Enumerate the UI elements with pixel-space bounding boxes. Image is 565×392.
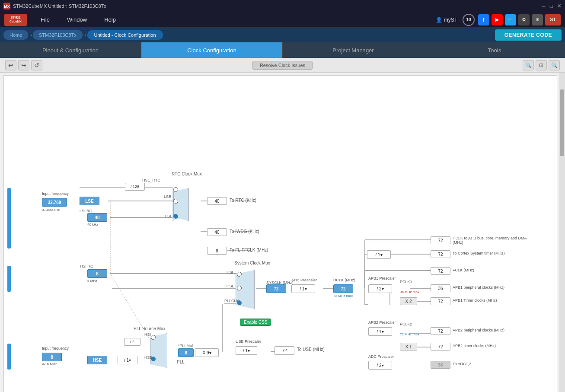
- adc-prescaler-label: ADC Prescaler: [368, 354, 394, 359]
- usb-prescaler-label: USB Prescaler: [236, 339, 261, 344]
- lse-freq-range: 0-1000 kHz: [42, 208, 60, 212]
- apb1-timer-box[interactable]: 72: [431, 297, 450, 305]
- rtc-lse-radio[interactable]: [173, 199, 178, 204]
- hse-div1-dropdown[interactable]: / 1▾: [118, 356, 137, 364]
- apb1-dropdown[interactable]: / 2▾: [368, 284, 392, 293]
- pclk1-max-label: 36 MHz max: [400, 290, 419, 294]
- lse-freq-box[interactable]: 32.768: [42, 198, 67, 207]
- facebook-icon[interactable]: f: [478, 14, 489, 25]
- hclk-ahb-box[interactable]: 72: [431, 236, 450, 244]
- github-icon[interactable]: ⚙: [518, 14, 530, 25]
- fclk-label: FCLK (MHz): [453, 268, 474, 272]
- scroll-thumb[interactable]: [560, 89, 564, 156]
- nav-active-tab[interactable]: Untitled - Clock Configuration: [87, 30, 163, 40]
- hse-input-freq-label: Input frequency: [42, 346, 69, 351]
- adc-dropdown[interactable]: / 2▾: [368, 361, 392, 370]
- nav-chip[interactable]: STM32F103C8Tx: [33, 30, 83, 40]
- iwdg-box[interactable]: 40: [207, 228, 227, 236]
- adc-label: To ADC1,2: [453, 362, 471, 366]
- lse-box[interactable]: LSE: [80, 197, 99, 205]
- zoom-in-button[interactable]: 🔍: [523, 60, 534, 70]
- apb2-peri-label: APB2 peripheral clocks (MHz): [453, 328, 504, 332]
- hsi-rc-label: HSI RC: [80, 264, 93, 268]
- diagram-canvas: Input frequency 32.768 0-1000 kHz LSE LS…: [3, 75, 557, 392]
- usb-presc-dropdown[interactable]: / 1▾: [236, 346, 257, 355]
- flit-box[interactable]: 8: [207, 247, 227, 255]
- navbar: Home › STM32F103C8Tx › Untitled - Clock …: [0, 28, 565, 42]
- hclk-box[interactable]: 72: [333, 284, 353, 293]
- tab-clock[interactable]: Clock Configuration: [141, 42, 283, 58]
- hsi-div2-box[interactable]: / 2: [124, 338, 140, 346]
- logo: STM32 CubeMX: [4, 14, 29, 26]
- lsi-rc-label: LSI RC: [80, 209, 92, 213]
- tab-project[interactable]: Project Manager: [283, 42, 424, 58]
- lsi-rc-box[interactable]: 40: [87, 213, 107, 222]
- generate-code-button[interactable]: GENERATE CODE: [495, 29, 562, 41]
- tab-pinout[interactable]: Pinout & Configuration: [0, 42, 141, 58]
- close-button[interactable]: ✕: [557, 3, 562, 9]
- apb2-timer-label: APB2 timer clocks (MHz): [453, 344, 496, 348]
- hse-128-box[interactable]: / 128: [125, 183, 145, 191]
- sys-hsi-radio[interactable]: [237, 272, 242, 277]
- sys-pll-radio[interactable]: [237, 300, 242, 305]
- apb2-peri-box[interactable]: 72: [431, 327, 450, 335]
- usb-label: To USB (MHz): [297, 347, 325, 352]
- maximize-button[interactable]: □: [550, 3, 553, 9]
- twitter-icon[interactable]: 🐦: [505, 14, 516, 25]
- hsi-sys-label: HSI: [227, 270, 233, 274]
- reset-button[interactable]: ↺: [31, 60, 42, 70]
- left-accent: [7, 188, 11, 249]
- zoom-out-button[interactable]: 🔍: [549, 60, 560, 70]
- hse-freq-box[interactable]: 8: [42, 353, 62, 361]
- cortex-box[interactable]: 72: [431, 250, 450, 258]
- fclk-box[interactable]: 72: [431, 267, 450, 275]
- scrollbar[interactable]: [559, 73, 565, 392]
- apb1-peri-box[interactable]: 36: [431, 284, 450, 292]
- menu-help[interactable]: Help: [102, 16, 118, 24]
- myst-button[interactable]: 👤 myST: [436, 17, 457, 23]
- rtc-clock-mux-label: RTC Clock Mux: [172, 172, 202, 176]
- undo-button[interactable]: ↩: [5, 60, 16, 70]
- rtc-hse-radio[interactable]: [173, 187, 178, 192]
- youtube-icon[interactable]: ▶: [492, 14, 503, 25]
- adc-out-box[interactable]: 36: [431, 361, 450, 369]
- ahb-dropdown[interactable]: / 1▾: [291, 284, 315, 293]
- usb-out-box[interactable]: 72: [275, 346, 294, 355]
- menu-file[interactable]: File: [38, 16, 52, 24]
- pll-hsi-radio[interactable]: [151, 335, 156, 340]
- hse-sys-label: HSE: [227, 284, 235, 288]
- fit-button[interactable]: ⊡: [536, 60, 547, 70]
- hse-box[interactable]: HSE: [87, 356, 107, 364]
- iwdg-label: To IWDG (KHz): [230, 229, 259, 234]
- hclk-max-label: 72 MHz max: [333, 294, 353, 298]
- pll-mul-box[interactable]: 8: [178, 348, 194, 357]
- enable-css-button[interactable]: Enable CSS: [240, 319, 271, 326]
- nav-arrow-1: ›: [30, 32, 32, 38]
- pll-hse-radio[interactable]: [151, 357, 156, 361]
- x2-box: X 2: [400, 297, 417, 305]
- apb2-dropdown[interactable]: / 1▾: [368, 327, 392, 336]
- sparkle-icon[interactable]: ✳: [532, 14, 543, 25]
- menu-window[interactable]: Window: [64, 16, 89, 24]
- minimize-button[interactable]: ─: [542, 3, 546, 9]
- lse-mux-label: LSE: [164, 194, 171, 199]
- sysclk-box[interactable]: 72: [266, 284, 286, 293]
- x1-box: X 1: [400, 343, 417, 351]
- apb2-timer-box[interactable]: 72: [431, 343, 450, 351]
- apb2-prescaler-label: APB2 Prescaler: [368, 320, 396, 325]
- rtc-lsi-radio[interactable]: [173, 214, 178, 219]
- pclk2-label: PCLK2: [400, 322, 412, 326]
- nav-home[interactable]: Home: [3, 30, 28, 40]
- sys-hse-radio[interactable]: [237, 286, 242, 290]
- rtc-out-box[interactable]: 40: [207, 197, 227, 205]
- hsi-rc-box[interactable]: 8: [87, 269, 107, 278]
- pll-mul-dropdown[interactable]: X 9▾: [195, 348, 219, 357]
- cortex-div-dropdown[interactable]: / 1▾: [367, 250, 391, 259]
- hse-rtc-label: HSE_RTC: [142, 178, 160, 182]
- redo-button[interactable]: ↪: [18, 60, 29, 70]
- resolve-clock-issues-button[interactable]: Resolve Clock Issues: [252, 61, 313, 70]
- tab-tools[interactable]: Tools: [424, 42, 565, 58]
- app-icon: MX: [3, 3, 10, 10]
- pll-label: PLL: [177, 360, 185, 364]
- menubar: STM32 CubeMX File Window Help 👤 myST 10 …: [0, 12, 565, 28]
